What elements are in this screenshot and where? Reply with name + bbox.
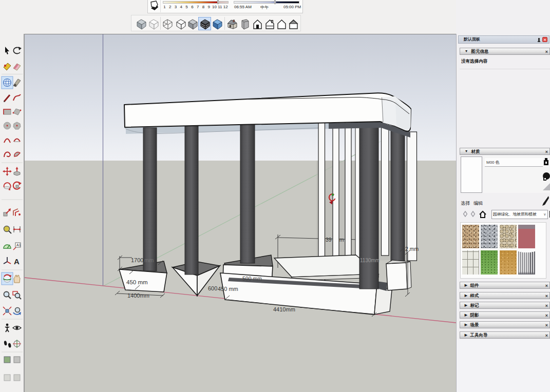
svg-text:39: 39 — [326, 237, 332, 243]
svg-text:A: A — [14, 257, 20, 266]
svg-text:450 mm: 450 mm — [218, 286, 238, 292]
svg-text:500 mm: 500 mm — [242, 276, 262, 282]
svg-text:m: m — [339, 237, 344, 243]
svg-text:450 mm: 450 mm — [126, 279, 148, 285]
svg-text:1130mm: 1130mm — [360, 258, 380, 263]
svg-text:1400mm: 1400mm — [127, 292, 149, 299]
svg-text:1700: 1700 — [131, 257, 143, 263]
svg-text:2 mm: 2 mm — [405, 246, 419, 252]
svg-text:600: 600 — [208, 285, 217, 291]
svg-text:A1: A1 — [16, 243, 21, 247]
svg-text:4410mm: 4410mm — [273, 306, 295, 312]
svg-text:mm: mm — [144, 257, 154, 263]
